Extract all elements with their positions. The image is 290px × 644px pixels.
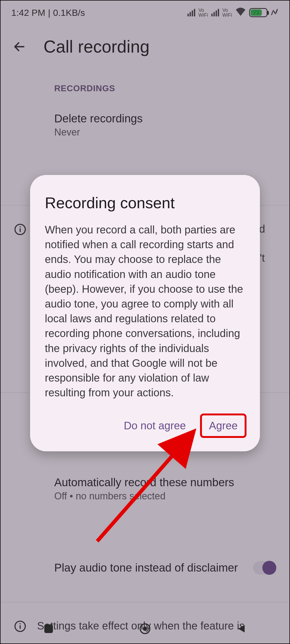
- recording-consent-dialog: Recording consent When you record a call…: [30, 175, 260, 451]
- nav-home-button[interactable]: [136, 619, 154, 638]
- dialog-actions: Do not agree Agree: [45, 415, 245, 437]
- svg-rect-7: [44, 624, 53, 633]
- agree-button[interactable]: Agree: [201, 415, 245, 437]
- nav-recents-button[interactable]: [39, 619, 58, 638]
- svg-point-9: [143, 627, 147, 631]
- system-nav-bar: [1, 614, 289, 643]
- dialog-body: When you record a call, both parties are…: [45, 222, 245, 400]
- nav-back-button[interactable]: [232, 619, 251, 638]
- do-not-agree-button[interactable]: Do not agree: [116, 415, 193, 437]
- dialog-title: Recording consent: [45, 194, 245, 212]
